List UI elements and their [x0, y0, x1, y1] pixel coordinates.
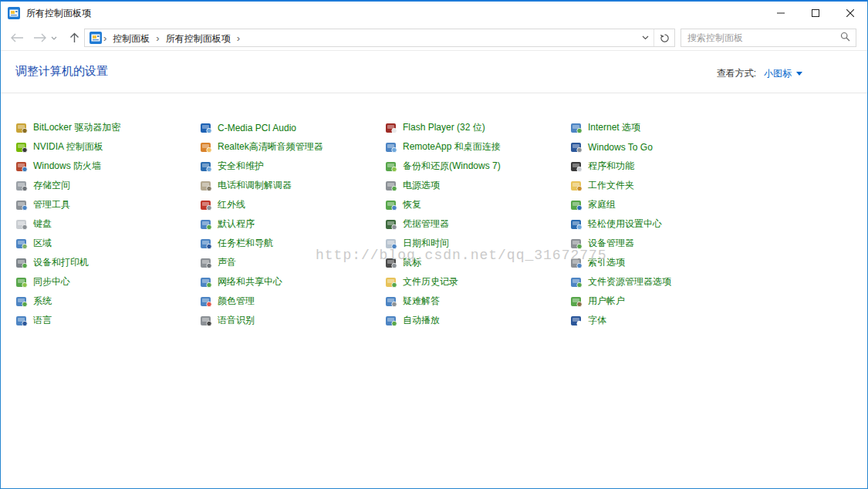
control-panel-item[interactable]: 程序和功能: [570, 157, 671, 176]
control-panel-item[interactable]: C-Media PCI Audio: [200, 118, 385, 137]
title-bar[interactable]: 所有控制面板项: [1, 2, 867, 25]
control-panel-item[interactable]: 管理工具: [15, 195, 200, 214]
control-panel-item[interactable]: 设备管理器: [570, 234, 671, 253]
breadcrumb-separator-icon[interactable]: ›: [154, 32, 160, 44]
control-panel-item[interactable]: 默认程序: [200, 214, 385, 234]
control-panel-item[interactable]: 键盘: [15, 214, 200, 234]
control-panel-item[interactable]: 轻松使用设置中心: [570, 214, 671, 234]
recent-pages-button[interactable]: [49, 29, 59, 46]
breadcrumb-item[interactable]: 控制面板: [108, 33, 154, 44]
control-panel-item-label: 用户帐户: [588, 295, 625, 308]
control-panel-item[interactable]: 鼠标: [385, 253, 570, 272]
control-panel-item[interactable]: 颜色管理: [200, 292, 385, 311]
control-panel-item[interactable]: 电源选项: [385, 176, 570, 195]
control-panel-item[interactable]: Internet 选项: [570, 118, 671, 137]
control-panel-item[interactable]: 字体: [570, 311, 671, 330]
content-area: BitLocker 驱动器加密NVIDIA 控制面板Windows 防火墙存储空…: [1, 94, 867, 488]
control-panel-item-label: 电源选项: [403, 179, 440, 192]
control-panel-item[interactable]: 语言: [15, 311, 200, 330]
control-panel-item[interactable]: 疑难解答: [385, 292, 570, 311]
control-panel-item[interactable]: 工作文件夹: [570, 176, 671, 195]
control-panel-item[interactable]: NVIDIA 控制面板: [15, 137, 200, 157]
up-button[interactable]: [64, 29, 84, 46]
control-panel-item-label: 字体: [588, 314, 606, 327]
control-panel-item-label: 恢复: [403, 198, 421, 211]
control-panel-item[interactable]: 安全和维护: [200, 157, 385, 176]
control-panel-app-icon: [8, 7, 20, 19]
control-panel-item-label: 颜色管理: [218, 295, 255, 308]
control-panel-item[interactable]: 文件资源管理器选项: [570, 272, 671, 292]
control-panel-item[interactable]: 用户帐户: [570, 292, 671, 311]
control-panel-item[interactable]: 红外线: [200, 195, 385, 214]
control-panel-item[interactable]: Windows To Go: [570, 137, 671, 157]
control-panel-item-label: 同步中心: [33, 275, 70, 288]
breadcrumb-separator-icon[interactable]: ›: [235, 32, 241, 44]
control-panel-item[interactable]: 电话和调制解调器: [200, 176, 385, 195]
control-panel-item-label: 日期和时间: [403, 237, 449, 250]
control-panel-item-label: 凭据管理器: [403, 218, 449, 231]
keyboard-icon: [15, 218, 28, 231]
control-panel-item[interactable]: 设备和打印机: [15, 253, 200, 272]
control-panel-item[interactable]: 家庭组: [570, 195, 671, 214]
control-panel-item-label: Windows 防火墙: [33, 160, 101, 173]
recovery-icon: [385, 199, 397, 211]
storage-spaces-icon: [15, 180, 28, 192]
control-panel-item[interactable]: 凭据管理器: [385, 214, 570, 234]
address-bar-actions: [637, 29, 674, 46]
close-icon: [846, 9, 854, 17]
view-by-value[interactable]: 小图标: [764, 67, 792, 80]
breadcrumb: ›控制面板›所有控制面板项›: [102, 31, 241, 46]
address-bar[interactable]: ›控制面板›所有控制面板项›: [84, 29, 675, 47]
address-dropdown-button[interactable]: [637, 29, 654, 46]
close-button[interactable]: [833, 2, 867, 25]
region-icon: [15, 238, 28, 250]
control-panel-item[interactable]: RemoteApp 和桌面连接: [385, 137, 570, 157]
control-panel-item[interactable]: 备份和还原(Windows 7): [385, 157, 570, 176]
back-button[interactable]: [7, 29, 27, 46]
control-panel-item[interactable]: 存储空间: [15, 176, 200, 195]
control-panel-item[interactable]: 恢复: [385, 195, 570, 214]
control-panel-item-label: 电话和调制解调器: [218, 179, 292, 192]
view-by-dropdown-icon[interactable]: [796, 72, 802, 76]
troubleshooting-icon: [385, 295, 397, 308]
control-panel-item[interactable]: Realtek高清晰音频管理器: [200, 137, 385, 157]
control-panel-item-label: 家庭组: [588, 198, 616, 211]
color-management-icon: [200, 295, 212, 308]
control-panel-item[interactable]: 区域: [15, 234, 200, 253]
page-header: 调整计算机的设置 查看方式: 小图标: [1, 51, 867, 93]
refresh-button[interactable]: [654, 29, 674, 46]
search-input[interactable]: [681, 32, 840, 43]
page-title: 调整计算机的设置: [15, 64, 108, 79]
language-icon: [15, 315, 28, 327]
items-column: C-Media PCI AudioRealtek高清晰音频管理器安全和维护电话和…: [200, 118, 385, 330]
minimize-button[interactable]: [763, 2, 798, 25]
breadcrumb-item[interactable]: 所有控制面板项: [161, 33, 235, 44]
windows-to-go-icon: [570, 141, 583, 153]
homegroup-icon: [570, 199, 583, 211]
control-panel-item[interactable]: 任务栏和导航: [200, 234, 385, 253]
forward-button[interactable]: [30, 29, 50, 46]
control-panel-item[interactable]: 语音识别: [200, 311, 385, 330]
items-column: Flash Player (32 位)RemoteApp 和桌面连接备份和还原(…: [385, 118, 570, 330]
maximize-button[interactable]: [798, 2, 833, 25]
search-icon[interactable]: [840, 31, 850, 45]
network-sharing-icon: [200, 276, 212, 288]
control-panel-item[interactable]: 网络和共享中心: [200, 272, 385, 292]
mouse-icon: [385, 257, 397, 269]
control-panel-item-label: 疑难解答: [403, 295, 440, 308]
control-panel-item[interactable]: Windows 防火墙: [15, 157, 200, 176]
control-panel-item-label: 语言: [33, 314, 52, 327]
fonts-icon: [570, 315, 583, 327]
control-panel-item[interactable]: 日期和时间: [385, 234, 570, 253]
control-panel-item[interactable]: 文件历史记录: [385, 272, 570, 292]
control-panel-item[interactable]: 自动播放: [385, 311, 570, 330]
control-panel-item[interactable]: 声音: [200, 253, 385, 272]
control-panel-item[interactable]: 系统: [15, 292, 200, 311]
control-panel-item[interactable]: Flash Player (32 位): [385, 118, 570, 137]
control-panel-item[interactable]: BitLocker 驱动器加密: [15, 118, 200, 137]
control-panel-item[interactable]: 索引选项: [570, 253, 671, 272]
control-panel-item-label: C-Media PCI Audio: [218, 123, 296, 133]
minimize-icon: [777, 9, 785, 17]
control-panel-item[interactable]: 同步中心: [15, 272, 200, 292]
chevron-down-icon: [642, 35, 649, 40]
